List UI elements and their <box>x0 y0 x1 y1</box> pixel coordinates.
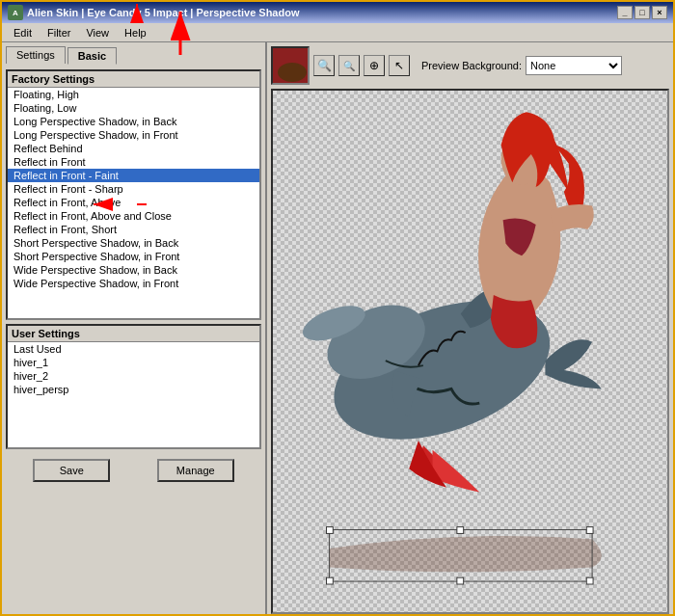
list-item-reflect-front-above[interactable]: Reflect in Front, Above <box>8 196 259 209</box>
tabs-row: Settings Basic <box>6 46 261 64</box>
zoom-out-button[interactable]: 🔍 <box>338 55 360 76</box>
fit-button[interactable]: ⊕ <box>364 55 385 76</box>
artwork-svg <box>273 91 667 612</box>
list-item-reflect-front-short[interactable]: Reflect in Front, Short <box>8 223 259 236</box>
bottom-buttons: Save Manage <box>6 453 261 488</box>
tab-basic[interactable]: Basic <box>68 47 117 65</box>
pointer-button[interactable]: ↖ <box>389 55 410 76</box>
svg-rect-10 <box>586 527 593 534</box>
svg-rect-11 <box>327 577 334 584</box>
preview-bg-select[interactable]: None Black White Custom... <box>526 56 622 75</box>
svg-rect-9 <box>457 527 464 534</box>
window-controls: _ □ × <box>617 6 667 19</box>
list-item-floating-high[interactable]: Floating, High <box>8 88 259 101</box>
menu-view[interactable]: View <box>78 25 117 40</box>
app-icon: A <box>8 5 23 20</box>
factory-settings-header: Factory Settings <box>8 71 259 88</box>
main-content: Settings Basic Factory Settings Floating… <box>2 42 673 616</box>
menu-bar: Edit Filter View Help <box>2 23 673 42</box>
application-window: A Alien Skin | Eye Candy 5 Impact | Pers… <box>0 0 675 616</box>
left-panel: Settings Basic Factory Settings Floating… <box>2 42 267 616</box>
minimize-button[interactable]: _ <box>617 6 633 19</box>
right-panel: 🔍 🔍 ⊕ ↖ Preview Background: None Black W… <box>267 42 673 616</box>
list-item-reflect-front-sharp[interactable]: Reflect in Front - Sharp <box>8 182 259 196</box>
canvas-area[interactable] <box>271 89 669 614</box>
user-settings-header: User Settings <box>8 326 259 342</box>
zoom-out-icon: 🔍 <box>343 61 355 71</box>
list-item-short-shadow-front[interactable]: Short Perspective Shadow, in Front <box>8 250 259 263</box>
list-item-floating-low[interactable]: Floating, Low <box>8 101 259 115</box>
maximize-button[interactable]: □ <box>634 6 650 19</box>
tab-settings[interactable]: Settings <box>6 46 66 64</box>
list-item-last-used[interactable]: Last Used <box>8 342 259 356</box>
user-settings-list[interactable]: User Settings Last Used hiver_1 hiver_2 … <box>6 324 261 449</box>
factory-settings-list[interactable]: Factory Settings Floating, High Floating… <box>6 69 261 320</box>
menu-help[interactable]: Help <box>117 25 154 40</box>
pointer-icon: ↖ <box>394 59 404 72</box>
preview-toolbar: 🔍 🔍 ⊕ ↖ Preview Background: None Black W… <box>271 46 669 85</box>
list-item-reflect-front[interactable]: Reflect in Front <box>8 155 259 169</box>
manage-button[interactable]: Manage <box>157 459 234 482</box>
list-item-hiver-persp[interactable]: hiver_persp <box>8 383 259 396</box>
preview-thumbnail <box>271 46 310 85</box>
menu-edit[interactable]: Edit <box>6 25 40 40</box>
list-item-hiver1[interactable]: hiver_1 <box>8 356 259 369</box>
svg-rect-13 <box>586 577 593 584</box>
preview-bg-label: Preview Background: <box>421 60 522 71</box>
zoom-in-icon: 🔍 <box>317 59 332 72</box>
save-button[interactable]: Save <box>33 459 110 482</box>
window-title: Alien Skin | Eye Candy 5 Impact | Perspe… <box>27 7 299 18</box>
list-item-reflect-front-above-close[interactable]: Reflect in Front, Above and Close <box>8 209 259 223</box>
list-item-reflect-front-faint[interactable]: Reflect in Front - Faint <box>8 169 259 182</box>
svg-point-1 <box>278 63 307 82</box>
list-item-hiver2[interactable]: hiver_2 <box>8 369 259 383</box>
svg-rect-8 <box>327 527 334 534</box>
menu-filter[interactable]: Filter <box>40 25 78 40</box>
title-bar: A Alien Skin | Eye Candy 5 Impact | Pers… <box>2 2 673 23</box>
fit-icon: ⊕ <box>369 59 379 72</box>
list-item-short-shadow-back[interactable]: Short Perspective Shadow, in Back <box>8 236 259 250</box>
list-item-long-shadow-front[interactable]: Long Perspective Shadow, in Front <box>8 128 259 142</box>
zoom-in-button[interactable]: 🔍 <box>313 55 335 76</box>
svg-rect-12 <box>457 577 464 584</box>
list-item-reflect-behind[interactable]: Reflect Behind <box>8 142 259 155</box>
list-item-long-shadow-back[interactable]: Long Perspective Shadow, in Back <box>8 115 259 128</box>
close-button[interactable]: × <box>652 6 667 19</box>
list-item-wide-shadow-front[interactable]: Wide Perspective Shadow, in Front <box>8 277 259 290</box>
list-item-wide-shadow-back[interactable]: Wide Perspective Shadow, in Back <box>8 263 259 277</box>
